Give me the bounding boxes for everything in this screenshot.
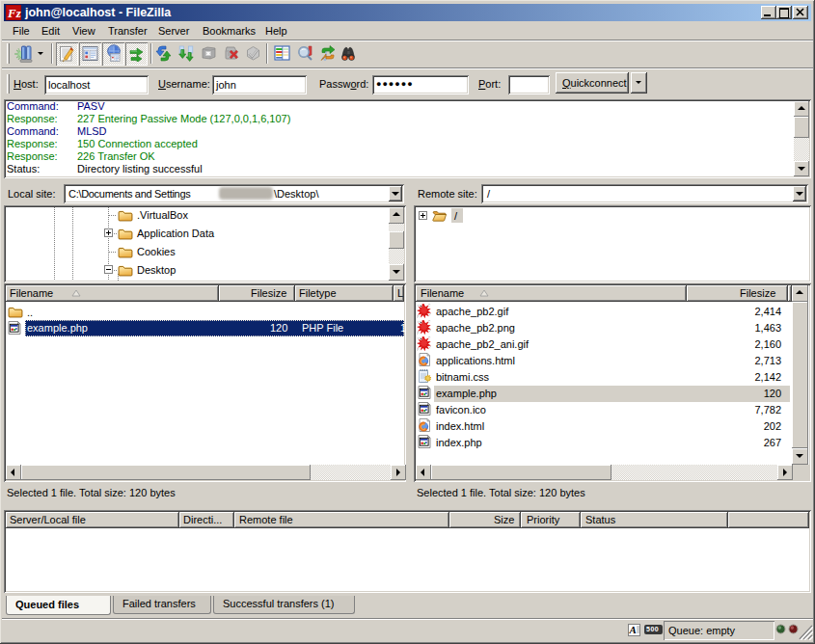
svg-text:Fz: Fz — [7, 6, 21, 20]
svg-text:A: A — [629, 624, 637, 635]
